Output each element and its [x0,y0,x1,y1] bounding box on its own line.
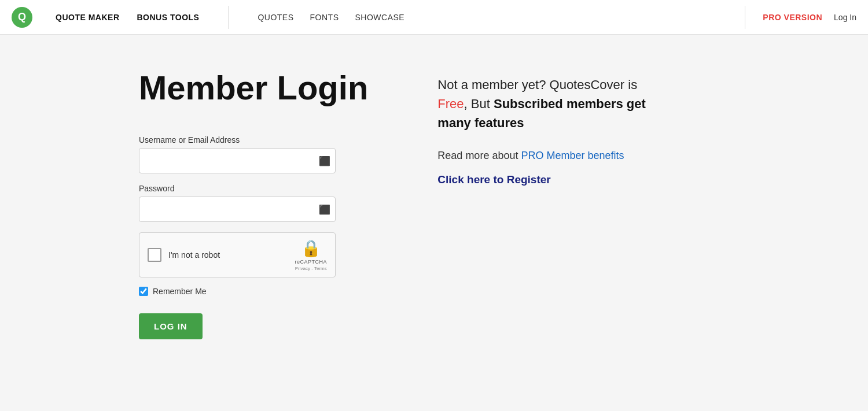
remember-me-label: Remember Me [153,287,207,296]
username-input-icon: ⬛ [319,155,330,166]
password-input-wrapper: ⬛ [139,197,336,222]
pro-benefits-paragraph: Read more about PRO Member benefits [437,150,681,162]
header: Q QUOTE MAKER BONUS TOOLS QUOTES FONTS S… [0,0,868,35]
promo-line1: Not a member yet? QuotesCover is [437,77,637,92]
main-nav: QUOTE MAKER BONUS TOOLS [56,13,199,22]
captcha-right: 🔒 reCAPTCHA Privacy - Terms [295,239,327,271]
captcha-checkbox[interactable] [148,248,161,262]
secondary-nav: QUOTES FONTS SHOWCASE [258,13,404,22]
nav-bonus-tools[interactable]: BONUS TOOLS [137,13,200,22]
main-content: Member Login Username or Email Address ⬛… [0,35,868,374]
nav-quote-maker[interactable]: QUOTE MAKER [56,13,120,22]
pro-benefits-link[interactable]: PRO Member benefits [521,150,624,161]
remember-me-row: Remember Me [139,287,368,296]
password-field-group: Password ⬛ [139,184,368,222]
nav-showcase[interactable]: SHOWCASE [355,13,405,22]
pro-version-link[interactable]: PRO VERSION [763,13,822,22]
page-title: Member Login [139,69,368,106]
promo-line2: , But [464,97,490,111]
register-section: Not a member yet? QuotesCover is Free, B… [437,69,681,186]
username-input-wrapper: ⬛ [139,148,336,173]
captcha-widget[interactable]: I'm not a robot 🔒 reCAPTCHA Privacy - Te… [139,232,336,277]
password-label: Password [139,184,368,193]
nav-fonts[interactable]: FONTS [310,13,339,22]
recaptcha-links: Privacy - Terms [295,266,327,271]
password-input-icon: ⬛ [319,203,330,214]
free-word: Free [437,97,464,111]
password-input[interactable] [139,197,335,221]
recaptcha-brand: reCAPTCHA [295,259,327,265]
register-link[interactable]: Click here to Register [437,173,550,186]
header-divider2 [745,6,745,29]
nav-quotes[interactable]: QUOTES [258,13,293,22]
captcha-label: I'm not a robot [168,250,220,260]
nav-divider [228,6,229,29]
login-form-section: Member Login Username or Email Address ⬛… [139,69,368,339]
login-nav-link[interactable]: Log In [834,13,856,22]
username-input[interactable] [139,149,335,173]
logo-icon[interactable]: Q [12,7,32,28]
username-field-group: Username or Email Address ⬛ [139,135,368,173]
header-right: PRO VERSION Log In [739,6,856,29]
recaptcha-icon: 🔒 [301,239,321,258]
header-left: Q QUOTE MAKER BONUS TOOLS QUOTES FONTS S… [12,6,404,29]
remember-me-checkbox[interactable] [139,287,148,296]
login-button[interactable]: LOG IN [139,313,203,339]
captcha-left: I'm not a robot [148,248,220,262]
pro-benefits-prefix: Read more about [437,150,518,161]
username-label: Username or Email Address [139,135,368,145]
register-promo-text: Not a member yet? QuotesCover is Free, B… [437,75,681,132]
